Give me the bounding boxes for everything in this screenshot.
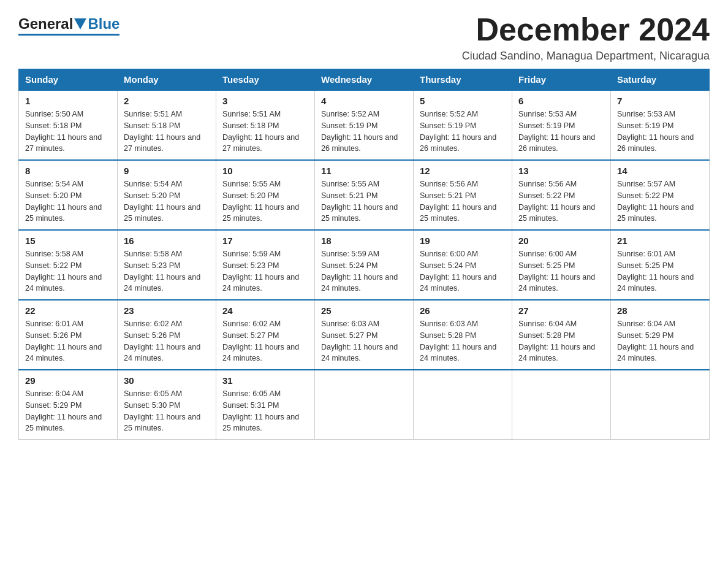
day-info: Sunrise: 5:59 AMSunset: 5:23 PMDaylight:…: [222, 248, 308, 294]
day-number: 2: [124, 96, 210, 106]
calendar-day-cell: 22Sunrise: 6:01 AMSunset: 5:26 PMDayligh…: [19, 300, 118, 370]
day-info: Sunrise: 5:55 AMSunset: 5:21 PMDaylight:…: [321, 178, 407, 224]
day-number: 23: [124, 305, 210, 316]
calendar-day-cell: [315, 370, 414, 440]
day-info: Sunrise: 6:03 AMSunset: 5:28 PMDaylight:…: [420, 318, 506, 364]
calendar-body: 1Sunrise: 5:50 AMSunset: 5:18 PMDaylight…: [19, 90, 710, 440]
day-header-friday: Friday: [512, 69, 611, 91]
day-info: Sunrise: 6:03 AMSunset: 5:27 PMDaylight:…: [321, 318, 407, 364]
day-number: 1: [25, 96, 111, 106]
day-info: Sunrise: 5:57 AMSunset: 5:22 PMDaylight:…: [617, 178, 703, 224]
calendar-day-cell: 31Sunrise: 6:05 AMSunset: 5:31 PMDayligh…: [216, 370, 315, 440]
day-number: 27: [518, 305, 604, 316]
calendar-day-cell: 1Sunrise: 5:50 AMSunset: 5:18 PMDaylight…: [19, 90, 118, 160]
day-info: Sunrise: 5:53 AMSunset: 5:19 PMDaylight:…: [518, 109, 604, 155]
calendar-day-cell: 2Sunrise: 5:51 AMSunset: 5:18 PMDaylight…: [118, 90, 216, 160]
calendar-header: SundayMondayTuesdayWednesdayThursdayFrid…: [19, 69, 710, 91]
day-number: 31: [222, 375, 308, 386]
day-number: 21: [617, 236, 703, 246]
day-header-tuesday: Tuesday: [216, 69, 315, 91]
day-info: Sunrise: 6:04 AMSunset: 5:29 PMDaylight:…: [25, 388, 111, 434]
day-header-thursday: Thursday: [414, 69, 512, 91]
title-area: December 2024 Ciudad Sandino, Managua De…: [462, 12, 710, 63]
day-number: 19: [420, 236, 506, 246]
day-number: 22: [25, 305, 111, 316]
calendar-day-cell: 7Sunrise: 5:53 AMSunset: 5:19 PMDaylight…: [611, 90, 710, 160]
day-info: Sunrise: 5:56 AMSunset: 5:22 PMDaylight:…: [518, 178, 604, 224]
month-title: December 2024: [462, 12, 710, 47]
day-info: Sunrise: 5:54 AMSunset: 5:20 PMDaylight:…: [25, 178, 111, 224]
day-number: 24: [222, 305, 308, 316]
day-header-wednesday: Wednesday: [315, 69, 414, 91]
day-header-monday: Monday: [118, 69, 216, 91]
day-number: 8: [25, 166, 111, 176]
day-number: 25: [321, 305, 407, 316]
calendar-day-cell: 11Sunrise: 5:55 AMSunset: 5:21 PMDayligh…: [315, 160, 414, 230]
day-info: Sunrise: 5:56 AMSunset: 5:21 PMDaylight:…: [420, 178, 506, 224]
calendar-day-cell: 9Sunrise: 5:54 AMSunset: 5:20 PMDaylight…: [118, 160, 216, 230]
calendar-day-cell: 16Sunrise: 5:58 AMSunset: 5:23 PMDayligh…: [118, 230, 216, 300]
day-info: Sunrise: 6:00 AMSunset: 5:25 PMDaylight:…: [518, 248, 604, 294]
day-info: Sunrise: 5:51 AMSunset: 5:18 PMDaylight:…: [222, 109, 308, 155]
logo-blue-text: Blue: [88, 15, 119, 33]
day-number: 26: [420, 305, 506, 316]
day-number: 16: [124, 236, 210, 246]
day-number: 14: [617, 166, 703, 176]
day-info: Sunrise: 5:58 AMSunset: 5:23 PMDaylight:…: [124, 248, 210, 294]
day-number: 13: [518, 166, 604, 176]
calendar-day-cell: 14Sunrise: 5:57 AMSunset: 5:22 PMDayligh…: [611, 160, 710, 230]
day-number: 5: [420, 96, 506, 106]
calendar-table: SundayMondayTuesdayWednesdayThursdayFrid…: [18, 69, 710, 440]
calendar-day-cell: 28Sunrise: 6:04 AMSunset: 5:29 PMDayligh…: [611, 300, 710, 370]
day-info: Sunrise: 5:51 AMSunset: 5:18 PMDaylight:…: [124, 109, 210, 155]
calendar-day-cell: 4Sunrise: 5:52 AMSunset: 5:19 PMDaylight…: [315, 90, 414, 160]
calendar-day-cell: 18Sunrise: 5:59 AMSunset: 5:24 PMDayligh…: [315, 230, 414, 300]
day-number: 3: [222, 96, 308, 106]
day-header-saturday: Saturday: [611, 69, 710, 91]
calendar-day-cell: 21Sunrise: 6:01 AMSunset: 5:25 PMDayligh…: [611, 230, 710, 300]
day-headers-row: SundayMondayTuesdayWednesdayThursdayFrid…: [19, 69, 710, 91]
day-number: 7: [617, 96, 703, 106]
day-info: Sunrise: 6:04 AMSunset: 5:29 PMDaylight:…: [617, 318, 703, 364]
day-number: 28: [617, 305, 703, 316]
day-header-sunday: Sunday: [19, 69, 118, 91]
day-info: Sunrise: 6:01 AMSunset: 5:26 PMDaylight:…: [25, 318, 111, 364]
day-number: 20: [518, 236, 604, 246]
calendar-day-cell: 5Sunrise: 5:52 AMSunset: 5:19 PMDaylight…: [414, 90, 512, 160]
calendar-day-cell: 30Sunrise: 6:05 AMSunset: 5:30 PMDayligh…: [118, 370, 216, 440]
logo-underline: [18, 34, 119, 36]
calendar-week-row: 1Sunrise: 5:50 AMSunset: 5:18 PMDaylight…: [19, 90, 710, 160]
calendar-day-cell: [512, 370, 611, 440]
calendar-day-cell: 17Sunrise: 5:59 AMSunset: 5:23 PMDayligh…: [216, 230, 315, 300]
day-info: Sunrise: 5:54 AMSunset: 5:20 PMDaylight:…: [124, 178, 210, 224]
calendar-week-row: 8Sunrise: 5:54 AMSunset: 5:20 PMDaylight…: [19, 160, 710, 230]
calendar-day-cell: 12Sunrise: 5:56 AMSunset: 5:21 PMDayligh…: [414, 160, 512, 230]
location-title: Ciudad Sandino, Managua Department, Nica…: [462, 50, 710, 63]
day-info: Sunrise: 6:04 AMSunset: 5:28 PMDaylight:…: [518, 318, 604, 364]
day-number: 12: [420, 166, 506, 176]
page-header: General Blue December 2024 Ciudad Sandin…: [18, 12, 710, 63]
day-info: Sunrise: 5:52 AMSunset: 5:19 PMDaylight:…: [420, 109, 506, 155]
calendar-day-cell: 29Sunrise: 6:04 AMSunset: 5:29 PMDayligh…: [19, 370, 118, 440]
day-number: 17: [222, 236, 308, 246]
logo[interactable]: General Blue: [18, 12, 119, 36]
calendar-day-cell: 3Sunrise: 5:51 AMSunset: 5:18 PMDaylight…: [216, 90, 315, 160]
calendar-day-cell: 19Sunrise: 6:00 AMSunset: 5:24 PMDayligh…: [414, 230, 512, 300]
calendar-day-cell: [611, 370, 710, 440]
day-info: Sunrise: 6:05 AMSunset: 5:31 PMDaylight:…: [222, 388, 308, 434]
day-info: Sunrise: 5:58 AMSunset: 5:22 PMDaylight:…: [25, 248, 111, 294]
logo-triangle-icon: [74, 18, 86, 29]
day-info: Sunrise: 5:52 AMSunset: 5:19 PMDaylight:…: [321, 109, 407, 155]
logo-general-text: General: [18, 15, 73, 33]
day-number: 29: [25, 375, 111, 386]
day-info: Sunrise: 6:01 AMSunset: 5:25 PMDaylight:…: [617, 248, 703, 294]
day-number: 30: [124, 375, 210, 386]
calendar-day-cell: 24Sunrise: 6:02 AMSunset: 5:27 PMDayligh…: [216, 300, 315, 370]
day-number: 4: [321, 96, 407, 106]
day-number: 11: [321, 166, 407, 176]
calendar-day-cell: 25Sunrise: 6:03 AMSunset: 5:27 PMDayligh…: [315, 300, 414, 370]
calendar-week-row: 22Sunrise: 6:01 AMSunset: 5:26 PMDayligh…: [19, 300, 710, 370]
day-info: Sunrise: 5:53 AMSunset: 5:19 PMDaylight:…: [617, 109, 703, 155]
day-info: Sunrise: 6:02 AMSunset: 5:27 PMDaylight:…: [222, 318, 308, 364]
day-number: 15: [25, 236, 111, 246]
